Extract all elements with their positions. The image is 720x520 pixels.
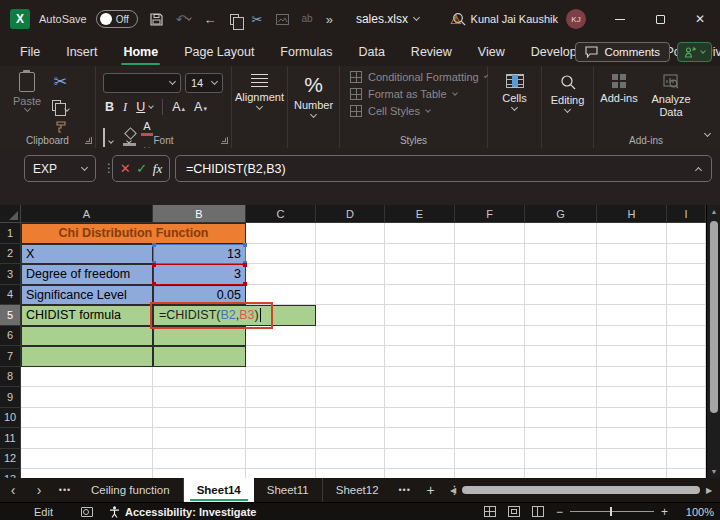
- font-size-select[interactable]: 14: [185, 73, 223, 93]
- cancel-icon[interactable]: ✕: [120, 161, 131, 176]
- increase-font-button[interactable]: A▴: [172, 100, 185, 114]
- horizontal-scrollbar[interactable]: ◀ ▶: [446, 481, 716, 499]
- cell-A4[interactable]: Significance Level: [21, 285, 153, 306]
- cell-B10[interactable]: [153, 408, 246, 429]
- row-header-8[interactable]: 8: [0, 367, 21, 388]
- cell-D8[interactable]: [316, 367, 385, 388]
- cell-I3[interactable]: [667, 264, 706, 285]
- cell-G2[interactable]: [525, 244, 597, 265]
- cell-F11[interactable]: [455, 428, 525, 449]
- cell-H5[interactable]: [597, 305, 667, 326]
- cell-C3[interactable]: [246, 264, 316, 285]
- font-name-select[interactable]: [103, 73, 181, 93]
- cut-icon[interactable]: ✂: [252, 13, 263, 26]
- cell-A1[interactable]: Chi Distribution Function: [21, 223, 246, 244]
- reference-handle-icon[interactable]: [243, 282, 247, 286]
- column-header-B[interactable]: B: [153, 205, 246, 223]
- cell-D1[interactable]: [316, 223, 385, 244]
- reference-handle-icon[interactable]: [152, 243, 156, 247]
- sheet-tab-sheet11[interactable]: Sheet11: [254, 478, 323, 502]
- cell-I9[interactable]: [667, 387, 706, 408]
- cell-C10[interactable]: [246, 408, 316, 429]
- normal-view-icon[interactable]: [484, 506, 496, 517]
- tab-home[interactable]: Home: [121, 41, 160, 63]
- cell-B12[interactable]: [153, 449, 246, 470]
- cell-H4[interactable]: [597, 285, 667, 306]
- cell-H10[interactable]: [597, 408, 667, 429]
- cell-C1[interactable]: [246, 223, 316, 244]
- cell-F6[interactable]: [455, 326, 525, 347]
- cell-E5[interactable]: [385, 305, 455, 326]
- decrease-font-button[interactable]: A▾: [194, 100, 207, 114]
- cell-H1[interactable]: [597, 223, 667, 244]
- font-dialog-launcher-icon[interactable]: [221, 137, 228, 144]
- cell-A8[interactable]: [21, 367, 153, 388]
- scroll-right-icon[interactable]: ▶: [702, 486, 716, 495]
- editing-button[interactable]: Editing: [542, 74, 593, 112]
- cell-G13[interactable]: [525, 469, 597, 478]
- cell-G11[interactable]: [525, 428, 597, 449]
- clipboard-dialog-launcher-icon[interactable]: [85, 137, 92, 144]
- cell-styles-button[interactable]: Cell Styles: [350, 105, 487, 117]
- conditional-formatting-button[interactable]: Conditional Formatting: [350, 71, 487, 83]
- format-as-table-button[interactable]: Format as Table: [350, 88, 487, 100]
- row-header-2[interactable]: 2: [0, 244, 21, 265]
- number-button[interactable]: % Number: [288, 74, 339, 117]
- avatar[interactable]: KJ: [566, 9, 586, 29]
- cell-C6[interactable]: [246, 326, 316, 347]
- cell-H8[interactable]: [597, 367, 667, 388]
- sheet-list-icon[interactable]: •••: [52, 478, 78, 502]
- column-header-F[interactable]: F: [455, 205, 525, 223]
- cell-A3[interactable]: Degree of freedom: [21, 264, 153, 285]
- column-header-I[interactable]: I: [667, 205, 706, 223]
- cell-B11[interactable]: [153, 428, 246, 449]
- scroll-up-icon[interactable]: ▲: [707, 205, 720, 218]
- reference-handle-icon[interactable]: [243, 263, 247, 267]
- cell-I6[interactable]: [667, 326, 706, 347]
- format-painter-icon[interactable]: [55, 121, 67, 133]
- undo-icon[interactable]: ↶: [176, 13, 191, 26]
- cell-F12[interactable]: [455, 449, 525, 470]
- maximize-button[interactable]: [640, 0, 680, 38]
- cell-F1[interactable]: [455, 223, 525, 244]
- cell-B6[interactable]: [153, 326, 246, 347]
- cell-F9[interactable]: [455, 387, 525, 408]
- cell-I8[interactable]: [667, 367, 706, 388]
- cell-E8[interactable]: [385, 367, 455, 388]
- sheet-tab-sheet14[interactable]: Sheet14: [184, 478, 254, 502]
- cell-F4[interactable]: [455, 285, 525, 306]
- document-title[interactable]: sales.xlsx: [356, 12, 419, 26]
- underline-dropdown-icon[interactable]: [148, 103, 154, 109]
- row-header-11[interactable]: 11: [0, 428, 21, 449]
- comments-button[interactable]: Comments: [575, 42, 670, 62]
- cell-E1[interactable]: [385, 223, 455, 244]
- autosave-toggle[interactable]: Off: [96, 10, 138, 28]
- cell-I12[interactable]: [667, 449, 706, 470]
- row-header-13[interactable]: 13: [0, 469, 21, 478]
- cell-G7[interactable]: [525, 346, 597, 367]
- cell-G10[interactable]: [525, 408, 597, 429]
- tab-data[interactable]: Data: [356, 41, 386, 63]
- cell-F2[interactable]: [455, 244, 525, 265]
- cell-C13[interactable]: [246, 469, 316, 478]
- cell-F3[interactable]: [455, 264, 525, 285]
- row-header-10[interactable]: 10: [0, 408, 21, 429]
- cell-I1[interactable]: [667, 223, 706, 244]
- cell-C12[interactable]: [246, 449, 316, 470]
- cell-E7[interactable]: [385, 346, 455, 367]
- cell-A5[interactable]: CHIDIST formula: [21, 305, 153, 326]
- cell-E9[interactable]: [385, 387, 455, 408]
- macro-record-icon[interactable]: [81, 507, 93, 517]
- cell-E11[interactable]: [385, 428, 455, 449]
- cell-H2[interactable]: [597, 244, 667, 265]
- underline-button[interactable]: U: [136, 100, 145, 114]
- cell-D4[interactable]: [316, 285, 385, 306]
- cell-D12[interactable]: [316, 449, 385, 470]
- bold-button[interactable]: B: [105, 100, 114, 114]
- cell-G9[interactable]: [525, 387, 597, 408]
- cell-A12[interactable]: [21, 449, 153, 470]
- row-header-4[interactable]: 4: [0, 285, 21, 306]
- cell-G6[interactable]: [525, 326, 597, 347]
- italic-button[interactable]: I: [123, 100, 127, 115]
- close-button[interactable]: ✕: [680, 0, 720, 38]
